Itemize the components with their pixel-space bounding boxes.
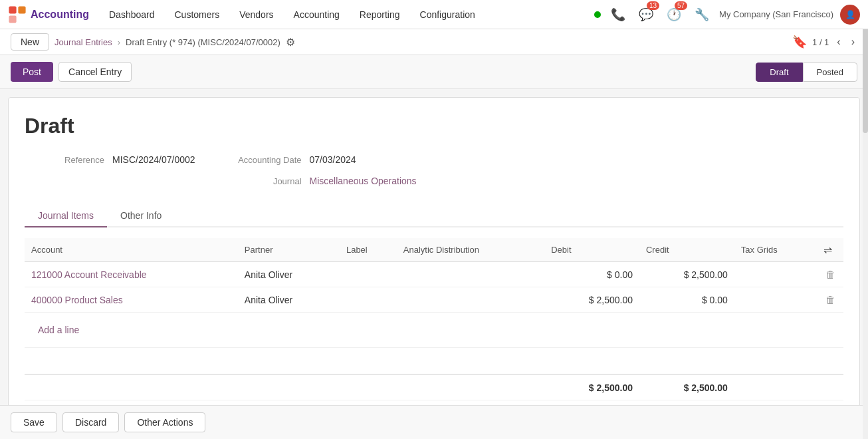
row2-label[interactable] bbox=[340, 287, 397, 313]
th-tax-grids: Tax Grids bbox=[734, 238, 817, 262]
accounting-date-value[interactable]: 07/03/2024 bbox=[310, 154, 356, 165]
breadcrumb-separator: › bbox=[118, 37, 120, 47]
company-name[interactable]: My Company (San Francisco) bbox=[719, 9, 833, 19]
pagination-text: 1 / 1 bbox=[812, 37, 829, 47]
user-avatar[interactable]: 👤 bbox=[840, 5, 860, 25]
add-line-button[interactable]: Add a line bbox=[31, 319, 86, 341]
odoo-logo-icon bbox=[8, 5, 27, 24]
totals-spacer-2 bbox=[238, 374, 340, 400]
app-name[interactable]: Accounting bbox=[31, 9, 89, 21]
tab-journal-items[interactable]: Journal Items bbox=[25, 205, 107, 227]
totals-spacer-1 bbox=[25, 374, 238, 400]
bottom-bar: Save Discard Other Actions bbox=[0, 405, 868, 425]
app-logo[interactable]: Accounting bbox=[8, 5, 89, 24]
phone-icon-btn[interactable]: 📞 bbox=[607, 4, 629, 25]
form-fields: Reference MISC/2024/07/0002 Accounting D… bbox=[25, 154, 843, 186]
reference-label: Reference bbox=[25, 155, 104, 165]
discard-button[interactable]: Discard bbox=[62, 412, 119, 425]
tabs: Journal Items Other Info bbox=[25, 205, 843, 227]
row1-credit[interactable]: $ 2,500.00 bbox=[639, 262, 734, 287]
nav-dashboard[interactable]: Dashboard bbox=[100, 5, 164, 24]
other-actions-button[interactable]: Other Actions bbox=[124, 412, 205, 425]
th-account: Account bbox=[25, 238, 238, 262]
status-draft[interactable]: Draft bbox=[756, 63, 802, 82]
journal-value[interactable]: Miscellaneous Operations bbox=[310, 176, 417, 186]
column-adjust-icon[interactable]: ⇌ bbox=[823, 244, 832, 255]
new-button[interactable]: New bbox=[11, 33, 49, 51]
action-left: Post Cancel Entry bbox=[11, 62, 132, 82]
table-header: Account Partner Label Analytic Distribut… bbox=[25, 238, 843, 262]
row1-tax-grids[interactable] bbox=[734, 262, 817, 287]
online-status-dot bbox=[594, 11, 601, 18]
nav-reporting[interactable]: Reporting bbox=[350, 5, 409, 24]
table-body: 121000 Account Receivable Anita Oliver $… bbox=[25, 262, 843, 400]
th-credit: Credit bbox=[639, 238, 734, 262]
nav-configuration[interactable]: Configuration bbox=[411, 5, 485, 24]
save-button[interactable]: Save bbox=[11, 412, 57, 425]
wrench-icon: 🔧 bbox=[695, 7, 709, 22]
chat-icon-btn[interactable]: 💬 13 bbox=[635, 4, 657, 25]
row1-debit[interactable]: $ 0.00 bbox=[544, 262, 639, 287]
row2-tax-grids[interactable] bbox=[734, 287, 817, 313]
top-navigation: Accounting Dashboard Customers Vendors A… bbox=[0, 0, 868, 29]
sub-header-right: 🔖 1 / 1 ‹ › bbox=[792, 35, 857, 49]
left-field-group: Reference MISC/2024/07/0002 bbox=[25, 154, 195, 186]
row1-analytic[interactable] bbox=[397, 262, 544, 287]
row1-partner[interactable]: Anita Oliver bbox=[238, 262, 340, 287]
add-line-row: Add a line bbox=[25, 313, 843, 348]
row2-account[interactable]: 400000 Product Sales bbox=[25, 287, 238, 313]
status-posted[interactable]: Posted bbox=[803, 63, 857, 82]
scrollbar-track[interactable] bbox=[863, 0, 868, 425]
row2-debit[interactable]: $ 2,500.00 bbox=[544, 287, 639, 313]
settings-icon-btn[interactable]: 🔧 bbox=[691, 4, 712, 25]
prev-page-button[interactable]: ‹ bbox=[834, 35, 843, 49]
nav-accounting[interactable]: Accounting bbox=[284, 5, 349, 24]
main-content: Draft Reference MISC/2024/07/0002 Accoun… bbox=[8, 97, 860, 417]
svg-rect-1 bbox=[18, 6, 25, 13]
th-label: Label bbox=[340, 238, 397, 262]
th-partner: Partner bbox=[238, 238, 340, 262]
accounting-date-label: Accounting Date bbox=[222, 155, 302, 165]
chat-badge: 13 bbox=[647, 1, 659, 10]
reference-field-row: Reference MISC/2024/07/0002 bbox=[25, 154, 195, 165]
journal-table: Account Partner Label Analytic Distribut… bbox=[25, 238, 843, 400]
row1-account[interactable]: 121000 Account Receivable bbox=[25, 262, 238, 287]
activity-icon-btn[interactable]: 🕐 57 bbox=[663, 4, 685, 25]
bookmark-icon[interactable]: 🔖 bbox=[792, 35, 807, 49]
activity-badge: 57 bbox=[675, 1, 687, 10]
row2-analytic[interactable] bbox=[397, 287, 544, 313]
breadcrumb-area: New Journal Entries › Draft Entry (* 974… bbox=[11, 33, 295, 51]
row1-delete-icon[interactable]: 🗑 bbox=[825, 269, 835, 280]
nav-right-area: 📞 💬 13 🕐 57 🔧 My Company (San Francisco)… bbox=[594, 4, 860, 25]
spacer-row bbox=[25, 348, 843, 374]
status-bar: Draft Posted bbox=[756, 63, 857, 82]
th-analytic: Analytic Distribution bbox=[397, 238, 544, 262]
table-row: 121000 Account Receivable Anita Oliver $… bbox=[25, 262, 843, 287]
next-page-button[interactable]: › bbox=[849, 35, 857, 49]
totals-spacer-3 bbox=[340, 374, 397, 400]
totals-spacer-6 bbox=[817, 374, 843, 400]
post-button[interactable]: Post bbox=[11, 62, 53, 82]
row2-delete-icon[interactable]: 🗑 bbox=[825, 294, 835, 305]
form-title: Draft bbox=[25, 114, 843, 138]
reference-value[interactable]: MISC/2024/07/0002 bbox=[112, 154, 195, 165]
tab-other-info[interactable]: Other Info bbox=[107, 205, 175, 227]
breadcrumb-parent-link[interactable]: Journal Entries bbox=[54, 37, 112, 47]
row1-label[interactable] bbox=[340, 262, 397, 287]
nav-vendors[interactable]: Vendors bbox=[230, 5, 282, 24]
nav-customers[interactable]: Customers bbox=[165, 5, 229, 24]
avatar-initial: 👤 bbox=[845, 10, 855, 19]
total-debit: $ 2,500.00 bbox=[544, 374, 639, 400]
cancel-entry-button[interactable]: Cancel Entry bbox=[58, 62, 132, 82]
nav-menu: Dashboard Customers Vendors Accounting R… bbox=[100, 5, 594, 24]
sub-header: New Journal Entries › Draft Entry (* 974… bbox=[0, 29, 868, 55]
row2-partner[interactable]: Anita Oliver bbox=[238, 287, 340, 313]
totals-spacer-4 bbox=[397, 374, 544, 400]
gear-icon[interactable]: ⚙ bbox=[286, 36, 295, 49]
accounting-date-row: Accounting Date 07/03/2024 bbox=[222, 154, 417, 165]
right-field-group: Accounting Date 07/03/2024 Journal Misce… bbox=[222, 154, 417, 186]
row2-credit[interactable]: $ 0.00 bbox=[639, 287, 734, 313]
svg-rect-2 bbox=[9, 15, 16, 23]
phone-icon: 📞 bbox=[611, 7, 625, 22]
totals-spacer-5 bbox=[734, 374, 817, 400]
